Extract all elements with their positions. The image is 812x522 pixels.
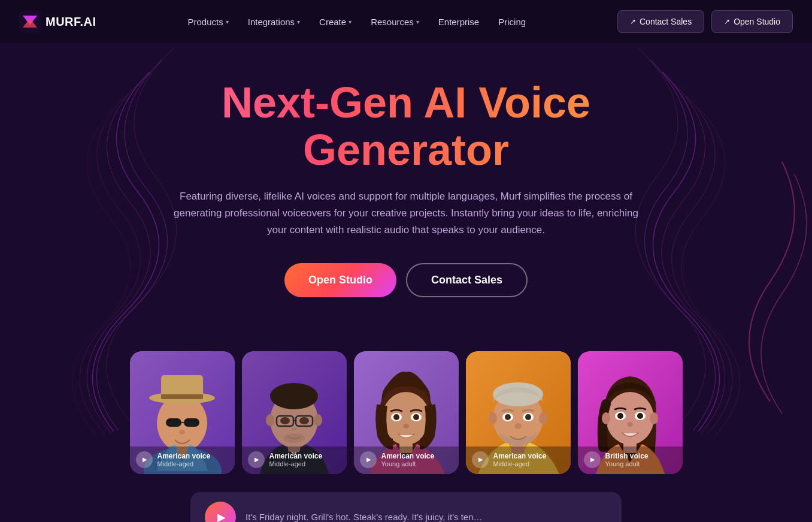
svg-point-34 (403, 424, 409, 429)
nav-item-products[interactable]: Products ▾ (180, 12, 237, 32)
voice-card-2-info: American voice Middle-aged (242, 446, 347, 474)
play-button-3[interactable] (360, 451, 377, 468)
voice-card-3-info: American voice Young adult (354, 446, 459, 474)
hero-buttons: Open Studio Contact Sales (284, 263, 528, 297)
nav-actions: ↗ Contact Sales ↗ Open Studio (617, 10, 793, 33)
svg-point-45 (539, 412, 547, 424)
svg-point-19 (314, 414, 322, 426)
svg-point-13 (179, 430, 185, 435)
voice-cards-section: American voice Middle-aged (0, 351, 812, 474)
svg-point-55 (650, 412, 658, 424)
contact-sales-hero-button[interactable]: Contact Sales (406, 263, 528, 297)
voice-card-1[interactable]: American voice Middle-aged (130, 351, 235, 474)
open-studio-hero-button[interactable]: Open Studio (284, 263, 396, 297)
play-button-5[interactable] (584, 451, 601, 468)
nav-item-create[interactable]: Create ▾ (311, 12, 360, 32)
svg-point-50 (617, 413, 623, 419)
svg-point-23 (280, 417, 290, 424)
voice-card-4-info: American voice Middle-aged (466, 446, 571, 474)
chevron-down-icon: ▾ (349, 19, 352, 25)
logo-icon (19, 11, 41, 32)
hero-section: Next-Gen AI Voice Generator Featuring di… (0, 43, 812, 351)
logo[interactable]: MURF.AI (19, 11, 96, 32)
play-button-2[interactable] (248, 451, 265, 468)
voice-card-5[interactable]: British voice Young adult (578, 351, 683, 474)
svg-point-52 (637, 413, 643, 419)
audio-text: It's Friday night. Grill's hot. Steak's … (246, 512, 607, 522)
svg-point-54 (602, 412, 610, 424)
external-link-icon: ↗ (724, 17, 730, 26)
chevron-down-icon: ▾ (226, 19, 229, 25)
svg-rect-10 (166, 418, 181, 427)
nav-item-enterprise[interactable]: Enterprise (430, 12, 487, 32)
voice-card-4[interactable]: American voice Middle-aged (466, 351, 571, 474)
play-button-4[interactable] (472, 451, 489, 468)
logo-text: MURF.AI (46, 15, 96, 29)
hero-subtitle: Featuring diverse, lifelike AI voices an… (172, 188, 640, 239)
chevron-down-icon: ▾ (297, 19, 300, 25)
svg-point-40 (505, 414, 511, 420)
audio-section: It's Friday night. Grill's hot. Steak's … (0, 492, 812, 522)
audio-player: It's Friday night. Grill's hot. Steak's … (190, 492, 622, 522)
nav-item-resources[interactable]: Resources ▾ (362, 12, 428, 32)
svg-point-44 (489, 412, 497, 424)
svg-point-33 (413, 414, 419, 420)
voice-card-3[interactable]: American voice Young adult (354, 351, 459, 474)
voice-card-2[interactable]: American voice Middle-aged (242, 351, 347, 474)
svg-rect-11 (184, 418, 199, 427)
chevron-down-icon: ▾ (416, 19, 419, 25)
svg-point-25 (283, 433, 305, 443)
voice-card-1-info: American voice Middle-aged (130, 446, 235, 474)
svg-point-17 (270, 383, 318, 409)
external-link-icon: ↗ (630, 17, 636, 26)
svg-point-31 (393, 414, 399, 420)
open-studio-nav-button[interactable]: ↗ Open Studio (711, 10, 793, 33)
main-play-button[interactable] (205, 502, 236, 522)
nav-links: Products ▾ Integrations ▾ Create ▾ Resou… (180, 12, 535, 32)
svg-point-24 (299, 417, 309, 424)
svg-point-18 (266, 414, 274, 426)
svg-point-43 (514, 423, 522, 429)
navbar: MURF.AI Products ▾ Integrations ▾ Create… (0, 0, 812, 43)
svg-point-53 (627, 422, 633, 427)
nav-item-integrations[interactable]: Integrations ▾ (240, 12, 308, 32)
play-button-1[interactable] (136, 451, 153, 468)
voice-card-5-info: British voice Young adult (578, 446, 683, 474)
svg-rect-9 (161, 394, 203, 399)
contact-sales-button[interactable]: ↗ Contact Sales (617, 10, 704, 33)
svg-point-42 (525, 414, 531, 420)
hero-title: Next-Gen AI Voice Generator (137, 79, 675, 174)
nav-item-pricing[interactable]: Pricing (490, 12, 534, 32)
